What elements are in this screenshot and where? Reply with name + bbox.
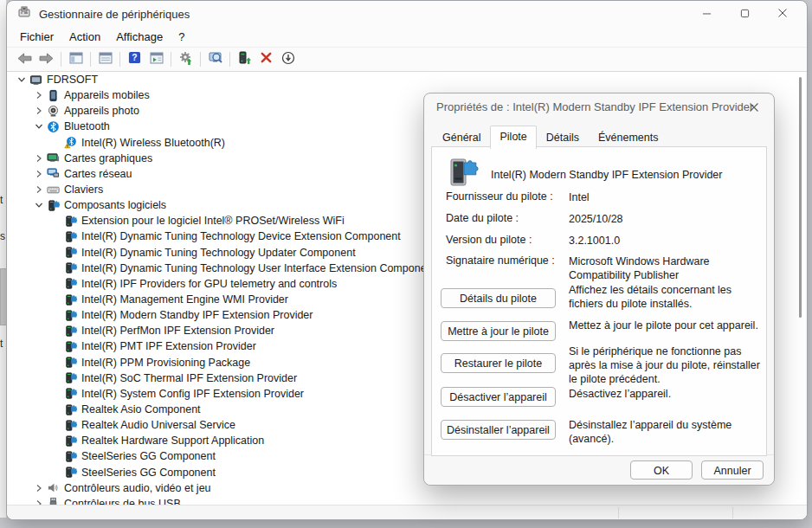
bluetooth-warning-icon (63, 136, 78, 149)
tab-pilote[interactable]: Pilote (490, 126, 536, 149)
tree-item-label: Intel(R) Dynamic Tuning Technology User … (81, 262, 435, 274)
maximize-button[interactable] (725, 1, 764, 27)
update-driver-button[interactable] (175, 49, 197, 69)
dialog-close-button[interactable] (744, 99, 764, 118)
software-component-icon (63, 261, 78, 274)
toolbar-separator (229, 52, 230, 67)
tree-item-label: Realtek Audio Universal Service (81, 419, 235, 431)
forward-button[interactable] (35, 49, 57, 69)
action-pane-button[interactable] (145, 49, 167, 69)
software-component-icon (63, 340, 78, 353)
menu-item-?[interactable]: ? (171, 29, 192, 45)
show-console-tree-button[interactable] (65, 49, 87, 69)
tree-item-label: Extension pour le logiciel Intel® PROSet… (81, 215, 345, 227)
tree-item-label: SteelSeries GG Component (81, 450, 216, 462)
field-value: 2025/10/28 (569, 212, 761, 226)
action-description: Désactivez l’appareil. (569, 387, 763, 401)
svg-text:?: ? (132, 53, 137, 62)
tree-item-label: Intel(R) PerfMon IPF Extension Provider (81, 325, 274, 337)
uninstall-device-icon (260, 51, 273, 68)
action-description: Affichez les détails concernant les fich… (569, 283, 763, 311)
software-component-icon (63, 356, 78, 369)
menu-item-affichage[interactable]: Affichage (108, 29, 171, 45)
chevron-right-icon[interactable] (32, 91, 46, 100)
help-icon: ? (128, 51, 141, 68)
field-value: Microsoft Windows Hardware Compatibility… (569, 254, 761, 283)
minimize-button[interactable] (687, 1, 725, 27)
update-driver-icon (179, 51, 193, 68)
menu-item-action[interactable]: Action (61, 29, 108, 45)
close-button[interactable] (764, 1, 802, 27)
background-text-fragment: s (0, 230, 5, 242)
uninstall-device-button[interactable]: Désinstaller l’appareil (441, 420, 556, 440)
status-bar-divider (732, 507, 733, 518)
chevron-down-icon[interactable] (15, 75, 29, 84)
ok-button[interactable]: OK (630, 460, 693, 480)
toolbar-separator (200, 52, 201, 67)
field-label: Version du pilote : (446, 234, 532, 246)
background-text-fragment: t (0, 338, 3, 350)
field-label: Signataire numérique : (446, 254, 555, 267)
software-component-icon (63, 371, 78, 384)
chevron-right-icon[interactable] (32, 185, 46, 194)
tree-item-label: Intel(R) PPM Provisioning Package (81, 357, 250, 369)
background-text-fragment: t (0, 194, 3, 206)
window-controls (687, 1, 802, 27)
roll-back-driver-button[interactable]: Restaurer le pilote (441, 353, 556, 373)
audio-icon (46, 481, 61, 494)
tab-événements[interactable]: Événements (589, 127, 667, 148)
disable-device-button[interactable]: Désactiver l’appareil (441, 387, 556, 407)
action-description: Mettez à jour le pilote pour cet apparei… (569, 319, 763, 332)
device-tower-icon (444, 156, 479, 194)
disable-device-button[interactable] (277, 49, 299, 69)
back-button[interactable] (14, 49, 35, 69)
scan-hardware-button[interactable] (204, 49, 226, 69)
action-description: Désinstallez l’appareil du système (avan… (569, 418, 763, 446)
update-driver-button[interactable]: Mettre à jour le pilote (441, 321, 556, 341)
tree-item-label: Intel(R) IPF Providers for GPU telemetry… (81, 278, 337, 290)
tab-détails[interactable]: Détails (537, 127, 589, 148)
software-component-icon (46, 199, 61, 212)
title-bar: Gestionnaire de périphériques (7, 1, 807, 27)
field-label: Fournisseur du pilote : (446, 190, 553, 203)
properties-button[interactable] (94, 49, 116, 69)
forward-icon (38, 52, 55, 68)
add-driver-icon (238, 51, 252, 68)
cancel-button[interactable]: Annuler (701, 460, 764, 480)
tree-item-label: FDRSOFT (47, 74, 98, 86)
chevron-right-icon[interactable] (32, 170, 46, 178)
tree-scrollbar[interactable] (799, 77, 802, 318)
tree-item-label: Intel(R) Wireless Bluetooth(R) (81, 137, 225, 149)
properties-icon (99, 52, 113, 68)
tree-item-label: Cartes réseau (64, 168, 132, 180)
tab-général[interactable]: Général (433, 127, 490, 148)
tree-item-label: Appareils photo (64, 105, 139, 117)
chevron-right-icon[interactable] (32, 106, 46, 115)
status-bar (7, 505, 807, 519)
dialog-footer: OK Annuler (424, 454, 774, 485)
uninstall-device-button[interactable] (255, 49, 277, 69)
chevron-right-icon[interactable] (32, 154, 46, 163)
action-description: Si le périphérique ne fonctionne pas apr… (569, 344, 763, 386)
bluetooth-icon (46, 120, 61, 133)
software-component-icon (63, 403, 78, 416)
back-icon (16, 52, 33, 68)
tree-item-label: Claviers (64, 184, 103, 196)
menu-bar: FichierActionAffichage? (7, 27, 807, 47)
driver-details-button[interactable]: Détails du pilote (441, 288, 556, 308)
toolbar-separator (119, 52, 120, 67)
tree-item[interactable]: FDRSOFT (8, 72, 805, 87)
menu-item-fichier[interactable]: Fichier (12, 29, 61, 45)
chevron-down-icon[interactable] (32, 201, 46, 209)
toolbar-separator (90, 52, 91, 67)
add-driver-button[interactable] (234, 49, 255, 69)
help-button[interactable]: ? (124, 49, 145, 69)
minimize-icon (702, 6, 712, 22)
software-component-icon (63, 293, 78, 306)
dialog-tabs: GénéralPiloteDétailsÉvénements (433, 126, 667, 148)
chevron-right-icon[interactable] (32, 484, 46, 493)
network-icon (46, 167, 61, 180)
tree-item-label: Intel(R) PMT IPF Extension Provider (81, 340, 256, 352)
device-name: Intel(R) Modern Standby IPF Extension Pr… (491, 169, 722, 181)
chevron-down-icon[interactable] (32, 122, 46, 131)
